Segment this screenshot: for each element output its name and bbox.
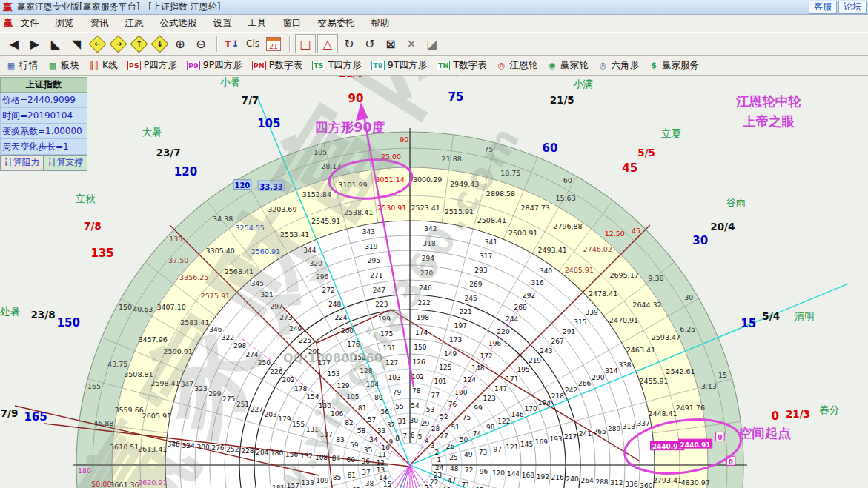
- quotes-button[interactable]: ▦行情: [6, 59, 38, 72]
- t-number-table-icon: TN: [437, 61, 450, 70]
- svg-text:226: 226: [270, 368, 282, 375]
- clear-draw-button[interactable]: ◪: [423, 35, 442, 53]
- svg-text:249: 249: [289, 325, 302, 332]
- nav-first-button[interactable]: ◣: [46, 35, 65, 53]
- rotate-cw-button[interactable]: ↻: [339, 35, 359, 53]
- kline-icon: ║║: [89, 61, 99, 70]
- panel-field-1: 时间=20190104: [0, 108, 87, 124]
- nav-next-button[interactable]: ▶: [25, 35, 44, 53]
- quotes-icon: ▦: [6, 61, 16, 70]
- svg-text:124: 124: [463, 376, 476, 384]
- svg-text:30: 30: [692, 234, 708, 247]
- menu-item-帮助[interactable]: 帮助: [371, 17, 390, 30]
- t-square-button[interactable]: TST四方形: [312, 59, 362, 72]
- triangle-tool-button[interactable]: △: [317, 34, 338, 53]
- svg-text:219: 219: [529, 357, 541, 364]
- svg-text:12.50: 12.50: [605, 230, 625, 238]
- svg-text:245: 245: [465, 295, 477, 302]
- svg-text:342: 342: [424, 225, 437, 233]
- svg-text:197: 197: [454, 322, 467, 330]
- quotes-label: 行情: [19, 59, 38, 72]
- svg-text:269: 269: [469, 281, 482, 288]
- svg-text:46.88: 46.88: [93, 419, 113, 427]
- calc-resistance-button[interactable]: 计算阻力: [0, 155, 44, 171]
- svg-text:298: 298: [233, 342, 246, 350]
- svg-text:99: 99: [474, 404, 483, 412]
- svg-text:288: 288: [595, 478, 608, 486]
- zoom-in-button[interactable]: ⊕: [170, 35, 190, 53]
- pan-left-icon: ←: [88, 35, 106, 53]
- center-cross-button[interactable]: ✕: [402, 35, 421, 53]
- 9p-square-label: 9P四方形: [203, 59, 242, 72]
- 9t-square-button[interactable]: T99T四方形: [371, 59, 427, 72]
- rotate-ccw-button[interactable]: ↺: [360, 35, 380, 53]
- nav-prev-button[interactable]: ◀: [4, 35, 24, 53]
- svg-text:244: 244: [506, 315, 518, 323]
- menu-item-江恩[interactable]: 江恩: [125, 17, 144, 30]
- menu-item-设置[interactable]: 设置: [213, 17, 232, 30]
- menu-item-资讯[interactable]: 资讯: [90, 17, 109, 30]
- svg-text:250: 250: [258, 359, 271, 367]
- svg-text:156: 156: [285, 451, 298, 458]
- svg-text:228: 228: [241, 447, 254, 455]
- calc-support-button[interactable]: 计算支撑: [44, 155, 87, 171]
- p-number-table-button[interactable]: PNP数字表: [252, 59, 302, 72]
- svg-text:56: 56: [380, 408, 389, 415]
- svg-text:225: 225: [299, 337, 311, 344]
- pan-down-button[interactable]: ↓: [150, 35, 169, 53]
- svg-text:150: 150: [119, 303, 132, 311]
- hexagon-button[interactable]: ◎六角形: [598, 59, 640, 72]
- svg-text:3305.40: 3305.40: [206, 247, 235, 255]
- menu-item-窗口[interactable]: 窗口: [283, 17, 302, 30]
- svg-text:176: 176: [347, 341, 360, 348]
- svg-text:小满: 小满: [573, 78, 593, 90]
- svg-text:2440.91: 2440.91: [652, 443, 683, 450]
- t-number-table-button[interactable]: TNT数字表: [437, 59, 487, 72]
- forum-button[interactable]: 论坛: [838, 1, 867, 14]
- svg-text:12: 12: [376, 459, 384, 467]
- svg-text:3101.99: 3101.99: [338, 181, 367, 189]
- svg-text:338: 338: [618, 361, 631, 369]
- cls-button[interactable]: Cls: [243, 35, 262, 53]
- nav-last-button[interactable]: ◥: [67, 35, 86, 53]
- t-arrow-button[interactable]: T↓: [222, 35, 242, 53]
- svg-text:107: 107: [320, 431, 333, 438]
- pan-down-icon: ↓: [150, 35, 168, 53]
- menu-item-文件[interactable]: 文件: [21, 17, 39, 30]
- square-tool-button[interactable]: □: [295, 34, 316, 53]
- svg-text:0: 0: [718, 434, 722, 441]
- pan-right-button[interactable]: →: [108, 35, 127, 53]
- svg-text:180: 180: [271, 449, 283, 457]
- 9p-square-button[interactable]: P99P四方形: [187, 59, 242, 72]
- chart-area[interactable]: 1234567891011121314151617181920212223242…: [0, 76, 868, 488]
- pan-left-button[interactable]: ←: [87, 35, 107, 53]
- svg-text:204: 204: [256, 449, 268, 456]
- svg-text:121: 121: [506, 444, 518, 451]
- winner-wheel-button[interactable]: ◉赢家轮: [547, 59, 589, 72]
- pan-up-button[interactable]: ↑: [129, 35, 148, 53]
- svg-text:315: 315: [574, 318, 586, 326]
- svg-text:5/6: 5/6: [449, 76, 467, 78]
- svg-text:340: 340: [540, 267, 552, 275]
- zoom-out-button[interactable]: ⊖: [191, 35, 211, 53]
- svg-text:247: 247: [373, 287, 385, 294]
- gann-wheel-canvas[interactable]: 1234567891011121314151617181920212223242…: [0, 76, 868, 488]
- svg-text:24: 24: [435, 464, 444, 472]
- kline-button[interactable]: ║║K线: [89, 59, 118, 72]
- toolbar-separator: [289, 36, 291, 52]
- menu-item-浏览[interactable]: 浏览: [56, 17, 74, 30]
- menu-item-公式选股[interactable]: 公式选股: [160, 17, 197, 30]
- support-button[interactable]: 客服: [809, 1, 837, 14]
- svg-text:181: 181: [272, 484, 285, 488]
- svg-text:75: 75: [463, 414, 471, 421]
- box-select-button[interactable]: ⊠: [381, 35, 400, 53]
- winner-wheel-label: 赢家轮: [560, 59, 589, 72]
- p-square-button[interactable]: PSP四方形: [127, 59, 177, 72]
- winner-service-button[interactable]: $赢家服务: [649, 59, 699, 72]
- menu-item-交易委托[interactable]: 交易委托: [318, 17, 355, 30]
- sectors-button[interactable]: ▩板块: [47, 59, 79, 72]
- calendar-button[interactable]: 21: [264, 35, 283, 53]
- menu-item-工具[interactable]: 工具: [248, 17, 267, 30]
- p-number-table-label: P数字表: [269, 59, 302, 72]
- gann-wheel-button[interactable]: ◎江恩轮: [497, 59, 538, 72]
